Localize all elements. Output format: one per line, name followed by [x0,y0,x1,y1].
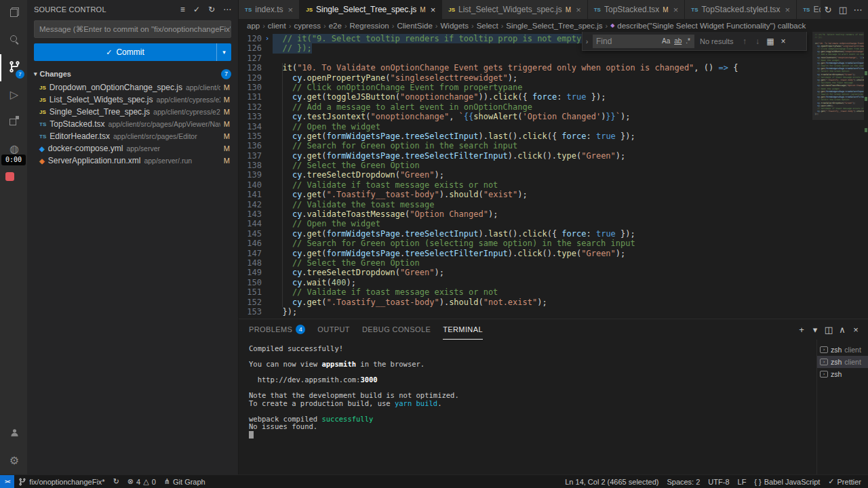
fold-indicator [262,287,273,297]
changed-file-row[interactable]: TSEditorHeader.tsxapp/client/src/pages/E… [27,130,238,142]
changed-file-row[interactable]: ◈ServerApplication.run.xmlapp/server/.ru… [27,155,238,167]
warning-icon: △ [143,477,149,486]
eol-setting[interactable]: LF [734,475,751,488]
changed-file-row[interactable]: JSDropdown_onOptionChange_spec.jsapp/cli… [27,81,238,94]
find-close-button[interactable]: × [778,37,789,46]
breadcrumb-item[interactable]: Widgets [440,22,469,30]
changes-section-header[interactable]: ▾ Changes 7 [27,66,238,81]
chevron-right-icon: › [289,22,292,30]
panel-tab-debug-console[interactable]: DEBUG CONSOLE [362,319,431,340]
fold-indicator[interactable]: › [262,34,273,43]
find-in-selection-button[interactable]: ▦ [765,37,776,46]
activity-source-control[interactable]: 7 [0,54,27,81]
warning-count: 0 [152,478,156,486]
remote-indicator[interactable]: >< [0,475,14,488]
close-icon[interactable]: × [785,5,791,15]
activity-explorer[interactable] [0,0,27,27]
breadcrumb-symbol[interactable]: ◆describe("Single Select Widget Function… [610,22,806,30]
changed-file-row[interactable]: TSTopStacked.tsxapp/client/src/pages/App… [27,118,238,130]
changed-file-row[interactable]: JSList_Select_Widgets_spec.jsapp/client/… [27,94,238,106]
panel-tab-terminal[interactable]: TERMINAL [443,319,483,340]
tab-topstacked-styled-tsx[interactable]: TSTopStacked.styled.tsx× [685,0,797,19]
activity-run-debug[interactable]: ▷ [0,81,27,108]
session-cwd: client [844,346,861,354]
terminal-session[interactable]: ›zshclient [817,344,868,356]
code-text: // Select the Green Option [273,161,420,170]
commit-button[interactable]: ✓ Commit [34,43,216,61]
indentation-setting[interactable]: Spaces: 2 [663,475,704,488]
split-terminal-button[interactable]: ◫ [822,325,835,335]
find-replace-toggle[interactable]: › [583,32,591,50]
commit-all-button[interactable]: ✓ [193,5,200,14]
sync-button[interactable]: ↻ [109,475,123,488]
terminal-profile-dropdown[interactable]: ▾ [808,325,822,335]
activity-account[interactable] [0,420,27,447]
find-input[interactable]: Find Aa ab .* [593,35,694,48]
file-type-icon: TS [803,7,810,13]
new-terminal-button[interactable]: + [795,325,808,335]
close-panel-button[interactable]: × [849,325,863,335]
match-case-button[interactable]: Aa [661,37,671,45]
more-actions-button[interactable]: ⋯ [223,5,231,14]
split-editor-button[interactable]: ◫ [835,5,850,15]
close-icon[interactable]: × [431,5,436,15]
maximize-panel-button[interactable]: ∧ [835,325,849,335]
breadcrumb-item[interactable]: ClientSide [397,22,432,30]
breadcrumb-item[interactable]: e2e [329,22,342,30]
tab-editorheader[interactable]: TSEditorHeader× [797,0,821,19]
breadcrumb-item[interactable]: client [268,22,286,30]
git-graph-button[interactable]: ⋔ Git Graph [160,475,210,488]
formatter-indicator[interactable]: ✓ Prettier [824,475,865,488]
session-label: zsh [831,358,842,366]
close-icon[interactable]: × [673,5,679,15]
activity-extensions[interactable] [0,108,27,136]
commit-dropdown-button[interactable]: ▾ [216,43,231,61]
whole-word-button[interactable]: ab [673,37,682,45]
sync-icon-button[interactable]: ↻ [821,5,835,15]
activity-search[interactable] [0,27,27,54]
formatter-label: Prettier [837,478,861,486]
find-previous-button[interactable]: ↑ [739,37,751,46]
view-mode-button[interactable]: ≡ [180,5,185,14]
code-line: 153 }); [239,307,812,317]
refresh-button[interactable]: ↻ [208,5,215,14]
branch-indicator[interactable]: fix/onoptionchangeFix* [14,475,108,488]
recording-stop-indicator[interactable] [5,172,14,181]
tab-list-select-widgets-spec-js[interactable]: JSList_Select_Widgets_spec.jsM× [442,0,587,19]
close-icon[interactable]: × [576,5,581,15]
code-editor[interactable]: 120› // it("9. Select tooltip renders if… [239,32,812,319]
breadcrumb-item[interactable]: Select [477,22,498,30]
code-line: 152 cy.get(".Toastify__toast-body").shou… [239,298,812,307]
terminal-session[interactable]: ›zsh [817,368,868,380]
activity-settings[interactable]: ⚙ [0,447,27,474]
language-mode[interactable]: { } Babel JavaScript [750,475,824,488]
file-type-icon: ◈ [39,157,45,165]
breadcrumb-item[interactable]: app [247,22,260,30]
breadcrumb-item[interactable]: Single_Select_Tree_spec.js [506,22,602,30]
terminal-output[interactable]: Compiled successfully! You can now view … [239,340,816,474]
terminal-session[interactable]: ›zshclient [817,356,868,368]
breadcrumb-item[interactable]: Regression [350,22,389,30]
tab-topstacked-tsx[interactable]: TSTopStacked.tsxM× [588,0,686,19]
branch-icon [18,478,26,486]
tab-index-ts[interactable]: TSindex.ts× [239,0,300,19]
find-next-button[interactable]: ↓ [752,37,764,46]
cursor-position[interactable]: Ln 14, Col 2 (4665 selected) [561,475,663,488]
changed-file-row[interactable]: JSSingle_Select_Tree_spec.jsapp/client/c… [27,106,238,118]
panel-tab-output[interactable]: OUTPUT [317,319,350,340]
code-text: cy.get(formWidgetsPage.treeSelectInput).… [273,131,635,141]
encoding-setting[interactable]: UTF-8 [704,475,733,488]
panel-tab-problems[interactable]: PROBLEMS4 [249,319,305,340]
regex-button[interactable]: .* [685,37,691,45]
line-number: 138 [239,161,262,170]
check-icon: ✓ [106,48,112,57]
more-actions-button[interactable]: ⋯ [850,5,865,15]
close-icon[interactable]: × [288,5,294,15]
code-line: 130 // Click onOptionChange Event from p… [239,83,812,92]
minimap[interactable]: // it("9. Select tooltip renders if tool… [812,32,864,319]
problems-indicator[interactable]: ⊗4 △0 [123,475,160,488]
changed-file-row[interactable]: ◈docker-compose.ymlapp/serverM [27,142,238,155]
commit-message-input[interactable]: Message (⌘Enter to commit on "fix/onopti… [34,20,231,38]
tab-single-select-tree-spec-js[interactable]: JSSingle_Select_Tree_spec.jsM× [300,0,442,19]
breadcrumb-item[interactable]: cypress [294,22,321,30]
